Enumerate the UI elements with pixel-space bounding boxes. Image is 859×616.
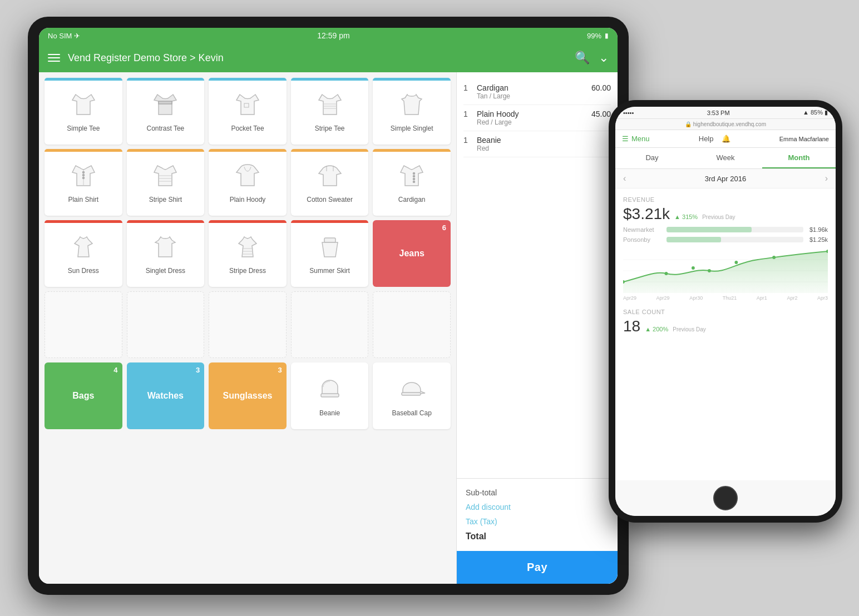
cart-item-hoody-price: 45.00	[591, 110, 611, 118]
pocket-tee-icon	[231, 88, 264, 121]
help-link[interactable]: Help	[699, 135, 714, 143]
cart-item-beanie-variant: Red	[477, 145, 501, 152]
product-grid-area: Simple Tee Contrast Tee	[39, 72, 456, 584]
stripe-dress-icon	[231, 230, 264, 264]
cart-item-cardigan[interactable]: 1 Cardigan Tan / Large 60.00	[463, 79, 611, 105]
hamburger-icon: ☰	[622, 135, 629, 143]
product-plain-hoody[interactable]: Plain Hoody	[209, 149, 287, 216]
tab-week[interactable]: Week	[689, 148, 762, 168]
sunglasses-label: Sunglasses	[223, 391, 273, 401]
product-stripe-tee[interactable]: Stripe Tee	[291, 78, 369, 145]
url-text: highendboutique.vendhq.com	[693, 121, 766, 127]
svg-rect-19	[324, 238, 335, 242]
menu-nav-item[interactable]: ☰ Menu	[622, 135, 650, 143]
cart-item-cardigan-qty: 1	[463, 83, 472, 100]
chevron-down-button[interactable]: ⌄	[599, 51, 609, 65]
category-sunglasses[interactable]: 3 Sunglasses	[209, 362, 287, 429]
product-contrast-tee[interactable]: Contrast Tee	[127, 78, 205, 145]
sale-count-change-label: Previous Day	[673, 326, 705, 332]
cart-item-hoody-variant: Red / Large	[477, 118, 519, 126]
product-plain-shirt[interactable]: Plain Shirt	[45, 149, 122, 216]
revenue-row: $3.21k ▲ 315% Previous Day	[623, 205, 828, 223]
cart-item-beanie-qty: 1	[463, 136, 472, 152]
iphone-status-left: •••••	[623, 110, 634, 116]
newmarket-bar-fill	[667, 227, 752, 232]
status-left: No SIM ✈	[48, 32, 80, 40]
product-baseball-cap[interactable]: Baseball Cap	[373, 362, 451, 429]
revenue-change-label: Previous Day	[702, 214, 735, 220]
nav-links: Help 🔔	[655, 135, 774, 143]
contrast-tee-icon	[149, 88, 182, 121]
simple-singlet-icon	[395, 88, 428, 121]
pay-button[interactable]: Pay	[457, 551, 618, 584]
beanie-label: Beanie	[319, 409, 340, 418]
product-stripe-shirt[interactable]: Stripe Shirt	[127, 149, 205, 216]
bell-icon[interactable]: 🔔	[722, 135, 730, 143]
product-simple-tee[interactable]: Simple Tee	[45, 78, 122, 145]
date-nav: ‹ 3rd Apr 2016 ›	[615, 169, 836, 188]
product-cardigan[interactable]: Cardigan	[373, 149, 451, 216]
sale-count-change: ▲ 200%	[645, 326, 668, 332]
svg-point-6	[82, 172, 84, 173]
cart-footer: Sub-total Add discount Tax (Tax) Total	[457, 478, 618, 551]
iphone-device: ••••• 3:53 PM ▲ 85% ▮ 🔒 highendboutique.…	[609, 100, 842, 523]
chart-date-7: Apr3	[817, 295, 828, 301]
product-cotton-sweater[interactable]: Cotton Sweater	[291, 149, 369, 216]
cart-item-cardigan-name: Cardigan	[477, 83, 510, 92]
tab-day[interactable]: Day	[615, 148, 689, 168]
cotton-sweater-icon	[313, 159, 347, 192]
search-button[interactable]: 🔍	[575, 51, 590, 65]
watches-label: Watches	[147, 391, 184, 401]
iphone-nav: ☰ Menu Help 🔔 Emma Macfarlane	[615, 130, 836, 148]
revenue-change: ▲ 315%	[674, 213, 698, 220]
cart-item-hoody[interactable]: 1 Plain Hoody Red / Large 45.00	[463, 105, 611, 131]
product-sun-dress[interactable]: Sun Dress	[45, 220, 122, 287]
product-summer-skirt[interactable]: Summer Skirt	[291, 220, 369, 287]
chart-date-4: Thu21	[723, 295, 737, 301]
category-watches[interactable]: 3 Watches	[127, 362, 205, 429]
ipad-status-bar: No SIM ✈ 12:59 pm 99% ▮	[39, 28, 618, 43]
cart-item-cardigan-price: 60.00	[591, 83, 611, 92]
sale-count-section: SALE COUNT 18 ▲ 200% Previous Day	[623, 309, 828, 335]
svg-point-8	[82, 177, 84, 179]
add-discount-link[interactable]: Add discount	[466, 503, 511, 511]
product-pocket-tee[interactable]: Pocket Tee	[209, 78, 287, 145]
category-bags[interactable]: 4 Bags	[45, 362, 122, 429]
cart-item-beanie[interactable]: 1 Beanie Red	[463, 131, 611, 157]
battery-label: 99%	[587, 32, 601, 40]
signal-label: No SIM ✈	[48, 32, 80, 40]
chart-date-labels: Apr29 Apr29 Apr30 Thu21 Apr1 Apr2 Apr3	[623, 295, 828, 301]
stripe-tee-icon	[313, 88, 347, 121]
newmarket-bar-track	[667, 227, 803, 232]
product-beanie[interactable]: Beanie	[291, 362, 369, 429]
product-jeans[interactable]: 6 Jeans	[373, 220, 451, 287]
subtotal-row: Sub-total	[466, 485, 609, 500]
header-actions: 🔍 ⌄	[575, 51, 609, 65]
stripe-dress-label: Stripe Dress	[229, 267, 266, 276]
prev-date-button[interactable]: ‹	[623, 173, 626, 183]
discount-row[interactable]: Add discount	[466, 500, 609, 514]
ipad-device: No SIM ✈ 12:59 pm 99% ▮ Vend Register De…	[28, 17, 629, 595]
menu-button[interactable]	[48, 54, 60, 62]
chart-date-5: Apr1	[757, 295, 767, 301]
product-singlet-dress[interactable]: Singlet Dress	[127, 220, 205, 287]
main-content: Simple Tee Contrast Tee	[39, 72, 618, 584]
svg-rect-21	[402, 393, 421, 395]
svg-point-12	[413, 173, 415, 175]
watches-badge: 3	[196, 366, 200, 374]
iphone-home-button[interactable]	[713, 486, 738, 510]
tax-label: Tax (Tax)	[466, 517, 497, 526]
ponsonby-label: Ponsonby	[623, 236, 662, 243]
tab-month[interactable]: Month	[762, 148, 836, 168]
app-header: Vend Register Demo Store > Kevin 🔍 ⌄	[39, 43, 618, 72]
product-stripe-dress[interactable]: Stripe Dress	[209, 220, 287, 287]
next-date-button[interactable]: ›	[825, 173, 828, 183]
header-title: Vend Register Demo Store > Kevin	[68, 52, 567, 64]
revenue-section-label: REVENUE	[623, 196, 828, 203]
product-simple-singlet[interactable]: Simple Singlet	[373, 78, 451, 145]
battery-icon: ▮	[605, 32, 609, 39]
empty-slot-5	[373, 291, 451, 358]
analytics-body: REVENUE $3.21k ▲ 315% Previous Day Newma…	[615, 188, 836, 480]
beanie-icon	[313, 372, 347, 406]
sun-dress-icon	[67, 230, 100, 264]
